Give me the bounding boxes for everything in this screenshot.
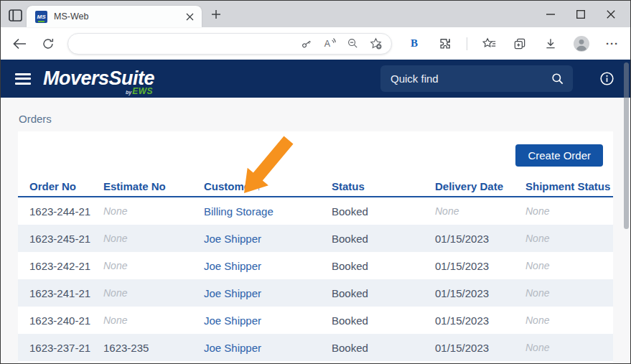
download-icon xyxy=(544,37,557,50)
close-window-button[interactable] xyxy=(596,5,626,24)
orders-card: Create Order Order No Estimate No Custom… xyxy=(18,131,613,363)
profile-button[interactable] xyxy=(572,34,591,53)
toolbar-divider xyxy=(467,37,467,50)
cell-order-no: 1623-242-21 xyxy=(29,260,103,272)
column-header-delivery-date[interactable]: Delivery Date xyxy=(435,180,525,192)
byline-by: by xyxy=(126,90,131,95)
column-header-customer[interactable]: Customer↑ xyxy=(204,180,332,192)
app-header: MoversSuite byEWS xyxy=(1,60,630,98)
cell-estimate-no: None xyxy=(103,233,204,244)
customer-link[interactable]: Billing Storage xyxy=(204,205,332,218)
table-body: 1623-244-21 None Billing Storage Booked … xyxy=(18,197,613,361)
table-row[interactable]: 1623-245-21 None Joe Shipper Booked 01/1… xyxy=(18,225,613,252)
info-button[interactable] xyxy=(599,71,614,86)
cell-order-no: 1623-245-21 xyxy=(29,233,103,245)
cell-estimate-no: None xyxy=(103,314,204,326)
star-list-icon xyxy=(482,37,497,50)
cell-shipment-status: None xyxy=(525,205,602,217)
breadcrumb[interactable]: Orders xyxy=(1,98,630,125)
cell-delivery-date: 01/15/2023 xyxy=(435,342,525,354)
settings-more-button[interactable]: ··· xyxy=(603,34,622,53)
table-row[interactable]: 1623-237-21 1623-235 Joe Shipper Booked … xyxy=(18,334,613,361)
back-button[interactable] xyxy=(11,34,29,53)
vertical-tabs-icon xyxy=(9,9,22,22)
add-favorite-button[interactable] xyxy=(367,35,384,52)
tab-actions-menu-button[interactable] xyxy=(6,6,24,24)
create-order-button[interactable]: Create Order xyxy=(515,144,603,167)
extensions-button[interactable] xyxy=(436,34,454,53)
quick-find-box[interactable] xyxy=(380,65,573,92)
address-bar[interactable]: A xyxy=(67,33,392,55)
cell-status: Booked xyxy=(332,233,435,245)
customer-link[interactable]: Joe Shipper xyxy=(204,342,332,354)
menu-button[interactable] xyxy=(15,73,31,85)
cell-delivery-date: 01/15/2023 xyxy=(435,233,525,245)
table-row[interactable]: 1623-240-21 None Joe Shipper Booked 01/1… xyxy=(18,307,613,334)
b-extension-button[interactable]: B xyxy=(405,34,424,53)
maximize-button[interactable] xyxy=(566,5,596,24)
collections-icon xyxy=(513,37,527,51)
close-icon xyxy=(607,10,615,19)
customer-link[interactable]: Joe Shipper xyxy=(204,233,332,245)
column-header-estimate-no[interactable]: Estimate No xyxy=(103,180,204,192)
key-icon xyxy=(300,37,313,50)
cell-status: Booked xyxy=(332,287,435,299)
read-aloud-icon: A xyxy=(323,37,337,50)
app-logo: MoversSuite byEWS xyxy=(43,69,154,88)
plus-icon xyxy=(211,9,221,19)
browser-window: MS MS-Web xyxy=(0,0,631,364)
browser-tab[interactable]: MS MS-Web xyxy=(27,6,202,27)
puzzle-icon xyxy=(438,37,452,51)
cell-order-no: 1623-241-21 xyxy=(29,287,103,299)
refresh-icon xyxy=(42,37,55,50)
cell-shipment-status: None xyxy=(525,287,602,299)
favorites-button[interactable] xyxy=(480,34,498,53)
cell-shipment-status: None xyxy=(525,233,602,244)
cell-delivery-date: 01/15/2023 xyxy=(435,260,525,272)
column-header-order-no[interactable]: Order No xyxy=(29,180,103,192)
downloads-button[interactable] xyxy=(541,34,560,53)
customer-link[interactable]: Joe Shipper xyxy=(204,260,332,272)
table-row[interactable]: 1623-244-21 None Billing Storage Booked … xyxy=(18,197,613,225)
column-header-shipment-status[interactable]: Shipment Status xyxy=(525,180,610,192)
password-key-button[interactable] xyxy=(298,35,315,52)
table-row[interactable]: 1623-241-21 None Joe Shipper Booked 01/1… xyxy=(18,279,613,307)
cell-shipment-status: None xyxy=(525,342,602,353)
zoom-out-icon xyxy=(347,37,359,50)
read-aloud-button[interactable]: A xyxy=(321,35,338,52)
refresh-button[interactable] xyxy=(39,34,58,53)
b-extension-icon: B xyxy=(411,37,418,50)
toolbar-extensions-area: B xyxy=(405,34,622,53)
customer-link[interactable]: Joe Shipper xyxy=(204,287,332,299)
maximize-icon xyxy=(576,10,585,19)
cell-delivery-date: None xyxy=(435,205,525,217)
brand-byline: byEWS xyxy=(126,85,153,96)
browser-titlebar: MS MS-Web xyxy=(1,1,630,27)
new-tab-button[interactable] xyxy=(207,6,225,23)
cell-estimate-no: None xyxy=(103,205,204,217)
collections-button[interactable] xyxy=(510,34,529,53)
minimize-button[interactable] xyxy=(536,5,566,24)
cell-status: Booked xyxy=(332,205,435,218)
tab-close-button[interactable] xyxy=(183,10,196,23)
more-icon: ··· xyxy=(606,37,619,50)
table-header-row: Order No Estimate No Customer↑ Status De… xyxy=(18,177,613,197)
customer-link[interactable]: Joe Shipper xyxy=(204,314,332,327)
cell-estimate-no: None xyxy=(103,260,204,271)
sort-ascending-icon: ↑ xyxy=(256,181,261,192)
search-icon xyxy=(551,72,564,85)
cell-status: Booked xyxy=(332,314,435,327)
table-row[interactable]: 1623-242-21 None Joe Shipper Booked 01/1… xyxy=(18,252,613,279)
page-scrollbar[interactable] xyxy=(624,62,629,229)
cell-delivery-date: 01/15/2023 xyxy=(435,314,525,327)
avatar-icon xyxy=(573,35,590,52)
byline-company: EWS xyxy=(132,86,153,96)
window-controls xyxy=(536,5,626,24)
site-favicon: MS xyxy=(35,11,47,23)
back-arrow-icon xyxy=(13,38,27,50)
column-header-status[interactable]: Status xyxy=(332,180,435,192)
quick-find-input[interactable] xyxy=(391,73,551,85)
zoom-out-button[interactable] xyxy=(344,35,361,52)
cell-estimate-no: 1623-235 xyxy=(103,342,204,354)
browser-toolbar: A B xyxy=(1,27,630,60)
